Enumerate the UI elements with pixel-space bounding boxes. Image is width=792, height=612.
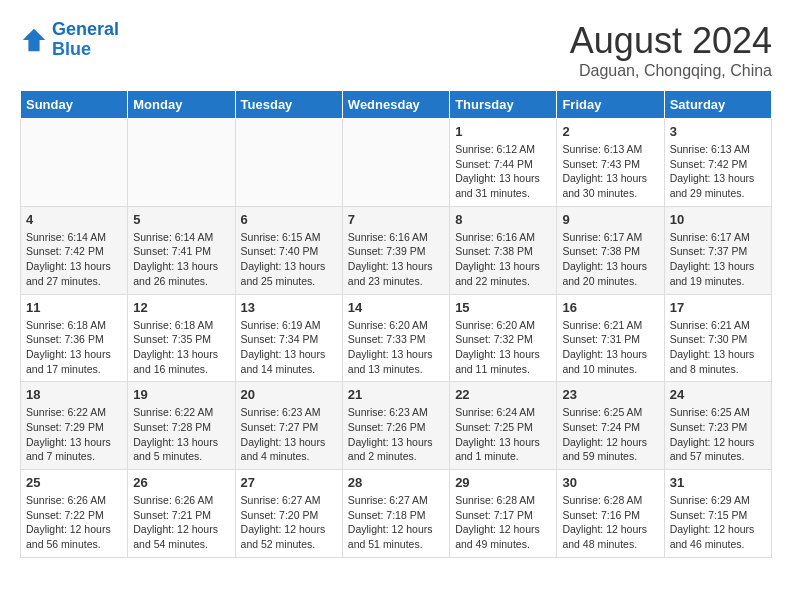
day-info: Sunrise: 6:24 AMSunset: 7:25 PMDaylight:… [455,405,551,464]
day-number: 21 [348,387,444,402]
day-number: 4 [26,212,122,227]
day-number: 22 [455,387,551,402]
day-number: 10 [670,212,766,227]
day-number: 31 [670,475,766,490]
header-row: SundayMondayTuesdayWednesdayThursdayFrid… [21,91,772,119]
day-cell: 2Sunrise: 6:13 AMSunset: 7:43 PMDaylight… [557,119,664,207]
day-info: Sunrise: 6:25 AMSunset: 7:24 PMDaylight:… [562,405,658,464]
day-number: 30 [562,475,658,490]
day-number: 19 [133,387,229,402]
day-info: Sunrise: 6:26 AMSunset: 7:22 PMDaylight:… [26,493,122,552]
header-tuesday: Tuesday [235,91,342,119]
day-info: Sunrise: 6:22 AMSunset: 7:28 PMDaylight:… [133,405,229,464]
day-cell: 15Sunrise: 6:20 AMSunset: 7:32 PMDayligh… [450,294,557,382]
day-cell: 20Sunrise: 6:23 AMSunset: 7:27 PMDayligh… [235,382,342,470]
day-cell: 8Sunrise: 6:16 AMSunset: 7:38 PMDaylight… [450,206,557,294]
day-info: Sunrise: 6:17 AMSunset: 7:37 PMDaylight:… [670,230,766,289]
day-cell [21,119,128,207]
day-info: Sunrise: 6:13 AMSunset: 7:43 PMDaylight:… [562,142,658,201]
day-info: Sunrise: 6:14 AMSunset: 7:41 PMDaylight:… [133,230,229,289]
day-cell: 6Sunrise: 6:15 AMSunset: 7:40 PMDaylight… [235,206,342,294]
day-number: 18 [26,387,122,402]
day-cell [342,119,449,207]
day-info: Sunrise: 6:25 AMSunset: 7:23 PMDaylight:… [670,405,766,464]
day-cell [235,119,342,207]
day-info: Sunrise: 6:21 AMSunset: 7:31 PMDaylight:… [562,318,658,377]
day-number: 5 [133,212,229,227]
day-number: 2 [562,124,658,139]
day-cell: 28Sunrise: 6:27 AMSunset: 7:18 PMDayligh… [342,470,449,558]
day-cell: 14Sunrise: 6:20 AMSunset: 7:33 PMDayligh… [342,294,449,382]
calendar-header: SundayMondayTuesdayWednesdayThursdayFrid… [21,91,772,119]
day-number: 6 [241,212,337,227]
week-row-2: 4Sunrise: 6:14 AMSunset: 7:42 PMDaylight… [21,206,772,294]
day-cell: 22Sunrise: 6:24 AMSunset: 7:25 PMDayligh… [450,382,557,470]
day-info: Sunrise: 6:18 AMSunset: 7:35 PMDaylight:… [133,318,229,377]
subtitle: Daguan, Chongqing, China [570,62,772,80]
day-number: 27 [241,475,337,490]
day-info: Sunrise: 6:13 AMSunset: 7:42 PMDaylight:… [670,142,766,201]
day-info: Sunrise: 6:18 AMSunset: 7:36 PMDaylight:… [26,318,122,377]
day-number: 9 [562,212,658,227]
calendar-table: SundayMondayTuesdayWednesdayThursdayFrid… [20,90,772,558]
day-info: Sunrise: 6:20 AMSunset: 7:32 PMDaylight:… [455,318,551,377]
logo-text: General Blue [52,20,119,60]
day-info: Sunrise: 6:17 AMSunset: 7:38 PMDaylight:… [562,230,658,289]
day-number: 28 [348,475,444,490]
day-cell: 30Sunrise: 6:28 AMSunset: 7:16 PMDayligh… [557,470,664,558]
day-info: Sunrise: 6:27 AMSunset: 7:18 PMDaylight:… [348,493,444,552]
header-sunday: Sunday [21,91,128,119]
day-cell: 13Sunrise: 6:19 AMSunset: 7:34 PMDayligh… [235,294,342,382]
day-info: Sunrise: 6:28 AMSunset: 7:17 PMDaylight:… [455,493,551,552]
day-number: 23 [562,387,658,402]
day-number: 29 [455,475,551,490]
day-cell: 31Sunrise: 6:29 AMSunset: 7:15 PMDayligh… [664,470,771,558]
logo: General Blue [20,20,119,60]
day-cell: 19Sunrise: 6:22 AMSunset: 7:28 PMDayligh… [128,382,235,470]
day-number: 26 [133,475,229,490]
day-number: 13 [241,300,337,315]
day-info: Sunrise: 6:19 AMSunset: 7:34 PMDaylight:… [241,318,337,377]
day-info: Sunrise: 6:12 AMSunset: 7:44 PMDaylight:… [455,142,551,201]
day-info: Sunrise: 6:20 AMSunset: 7:33 PMDaylight:… [348,318,444,377]
day-info: Sunrise: 6:26 AMSunset: 7:21 PMDaylight:… [133,493,229,552]
day-info: Sunrise: 6:23 AMSunset: 7:26 PMDaylight:… [348,405,444,464]
day-cell: 18Sunrise: 6:22 AMSunset: 7:29 PMDayligh… [21,382,128,470]
day-cell: 7Sunrise: 6:16 AMSunset: 7:39 PMDaylight… [342,206,449,294]
day-cell: 9Sunrise: 6:17 AMSunset: 7:38 PMDaylight… [557,206,664,294]
day-info: Sunrise: 6:29 AMSunset: 7:15 PMDaylight:… [670,493,766,552]
day-number: 17 [670,300,766,315]
day-cell: 17Sunrise: 6:21 AMSunset: 7:30 PMDayligh… [664,294,771,382]
header-saturday: Saturday [664,91,771,119]
day-cell: 12Sunrise: 6:18 AMSunset: 7:35 PMDayligh… [128,294,235,382]
day-cell: 21Sunrise: 6:23 AMSunset: 7:26 PMDayligh… [342,382,449,470]
day-number: 11 [26,300,122,315]
day-cell [128,119,235,207]
header-wednesday: Wednesday [342,91,449,119]
day-info: Sunrise: 6:22 AMSunset: 7:29 PMDaylight:… [26,405,122,464]
logo-icon [20,26,48,54]
day-info: Sunrise: 6:16 AMSunset: 7:39 PMDaylight:… [348,230,444,289]
day-number: 12 [133,300,229,315]
day-cell: 23Sunrise: 6:25 AMSunset: 7:24 PMDayligh… [557,382,664,470]
day-info: Sunrise: 6:15 AMSunset: 7:40 PMDaylight:… [241,230,337,289]
day-cell: 5Sunrise: 6:14 AMSunset: 7:41 PMDaylight… [128,206,235,294]
day-cell: 3Sunrise: 6:13 AMSunset: 7:42 PMDaylight… [664,119,771,207]
week-row-1: 1Sunrise: 6:12 AMSunset: 7:44 PMDaylight… [21,119,772,207]
day-info: Sunrise: 6:16 AMSunset: 7:38 PMDaylight:… [455,230,551,289]
day-number: 14 [348,300,444,315]
day-number: 25 [26,475,122,490]
day-info: Sunrise: 6:21 AMSunset: 7:30 PMDaylight:… [670,318,766,377]
day-number: 7 [348,212,444,227]
header-thursday: Thursday [450,91,557,119]
day-cell: 16Sunrise: 6:21 AMSunset: 7:31 PMDayligh… [557,294,664,382]
day-cell: 11Sunrise: 6:18 AMSunset: 7:36 PMDayligh… [21,294,128,382]
day-cell: 27Sunrise: 6:27 AMSunset: 7:20 PMDayligh… [235,470,342,558]
day-cell: 26Sunrise: 6:26 AMSunset: 7:21 PMDayligh… [128,470,235,558]
day-number: 16 [562,300,658,315]
day-number: 8 [455,212,551,227]
day-info: Sunrise: 6:28 AMSunset: 7:16 PMDaylight:… [562,493,658,552]
day-number: 15 [455,300,551,315]
page-header: General Blue August 2024 Daguan, Chongqi… [20,20,772,80]
day-info: Sunrise: 6:23 AMSunset: 7:27 PMDaylight:… [241,405,337,464]
